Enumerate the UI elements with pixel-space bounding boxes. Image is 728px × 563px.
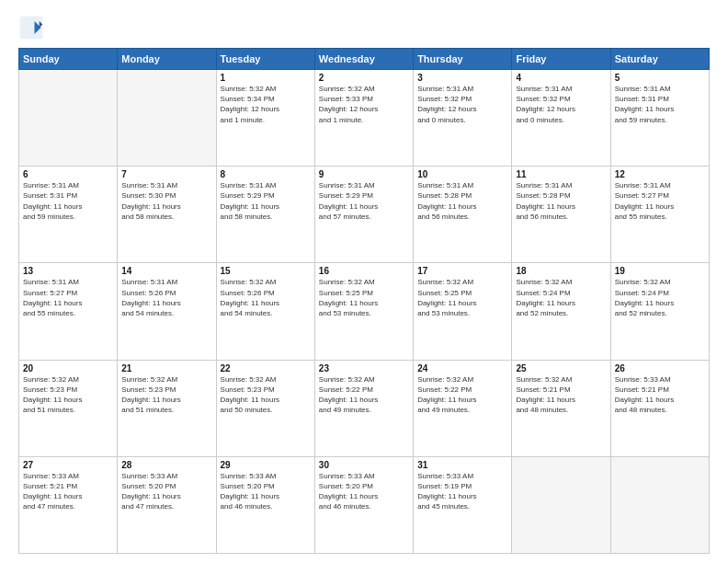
day-number: 30 [319, 460, 409, 470]
calendar-cell [118, 70, 216, 167]
day-number: 9 [319, 169, 409, 179]
day-number: 21 [121, 363, 211, 373]
week-row-2: 13Sunrise: 5:31 AM Sunset: 5:27 PM Dayli… [19, 263, 710, 360]
calendar-cell: 26Sunrise: 5:33 AM Sunset: 5:21 PM Dayli… [610, 360, 709, 456]
day-number: 15 [221, 266, 311, 276]
day-info: Sunrise: 5:33 AM Sunset: 5:21 PM Dayligh… [23, 471, 113, 512]
day-number: 11 [516, 169, 606, 179]
col-header-thursday: Thursday [414, 49, 512, 70]
day-info: Sunrise: 5:31 AM Sunset: 5:27 PM Dayligh… [23, 277, 113, 318]
day-number: 6 [23, 169, 113, 179]
day-number: 1 [221, 73, 311, 83]
calendar-cell: 16Sunrise: 5:32 AM Sunset: 5:25 PM Dayli… [314, 263, 413, 360]
col-header-friday: Friday [512, 49, 610, 70]
calendar-cell: 24Sunrise: 5:32 AM Sunset: 5:22 PM Dayli… [414, 360, 512, 456]
day-number: 17 [417, 266, 507, 276]
day-info: Sunrise: 5:31 AM Sunset: 5:30 PM Dayligh… [121, 180, 211, 222]
day-number: 20 [23, 363, 113, 373]
day-number: 28 [121, 460, 211, 470]
calendar-cell: 1Sunrise: 5:32 AM Sunset: 5:34 PM Daylig… [216, 70, 314, 167]
day-number: 18 [516, 266, 606, 276]
day-info: Sunrise: 5:32 AM Sunset: 5:24 PM Dayligh… [615, 277, 705, 318]
week-row-0: 1Sunrise: 5:32 AM Sunset: 5:34 PM Daylig… [19, 70, 710, 167]
day-number: 4 [516, 73, 606, 83]
day-info: Sunrise: 5:31 AM Sunset: 5:29 PM Dayligh… [221, 180, 311, 222]
day-number: 31 [417, 460, 507, 470]
calendar-cell: 15Sunrise: 5:32 AM Sunset: 5:26 PM Dayli… [216, 263, 314, 360]
day-number: 23 [319, 363, 409, 373]
col-header-saturday: Saturday [610, 49, 709, 70]
day-info: Sunrise: 5:33 AM Sunset: 5:21 PM Dayligh… [615, 374, 705, 416]
calendar-header-row: SundayMondayTuesdayWednesdayThursdayFrid… [19, 49, 710, 70]
calendar-cell: 19Sunrise: 5:32 AM Sunset: 5:24 PM Dayli… [610, 263, 709, 360]
calendar-cell: 18Sunrise: 5:32 AM Sunset: 5:24 PM Dayli… [512, 263, 610, 360]
calendar-cell: 22Sunrise: 5:32 AM Sunset: 5:23 PM Dayli… [216, 360, 314, 456]
day-info: Sunrise: 5:31 AM Sunset: 5:31 PM Dayligh… [615, 84, 705, 125]
calendar-cell: 13Sunrise: 5:31 AM Sunset: 5:27 PM Dayli… [19, 263, 118, 360]
day-info: Sunrise: 5:31 AM Sunset: 5:31 PM Dayligh… [23, 180, 113, 222]
day-info: Sunrise: 5:32 AM Sunset: 5:22 PM Dayligh… [319, 374, 409, 416]
calendar-cell: 21Sunrise: 5:32 AM Sunset: 5:23 PM Dayli… [118, 360, 216, 456]
day-number: 29 [221, 460, 311, 470]
calendar-cell: 27Sunrise: 5:33 AM Sunset: 5:21 PM Dayli… [19, 456, 118, 553]
calendar-cell: 23Sunrise: 5:32 AM Sunset: 5:22 PM Dayli… [314, 360, 413, 456]
calendar-cell: 3Sunrise: 5:31 AM Sunset: 5:32 PM Daylig… [414, 70, 512, 167]
day-info: Sunrise: 5:31 AM Sunset: 5:28 PM Dayligh… [516, 180, 606, 222]
day-number: 24 [417, 363, 507, 373]
week-row-4: 27Sunrise: 5:33 AM Sunset: 5:21 PM Dayli… [19, 456, 710, 553]
calendar: SundayMondayTuesdayWednesdayThursdayFrid… [18, 48, 710, 554]
calendar-cell: 29Sunrise: 5:33 AM Sunset: 5:20 PM Dayli… [216, 456, 314, 553]
day-info: Sunrise: 5:33 AM Sunset: 5:20 PM Dayligh… [319, 471, 409, 512]
day-info: Sunrise: 5:33 AM Sunset: 5:20 PM Dayligh… [121, 471, 211, 512]
calendar-cell: 4Sunrise: 5:31 AM Sunset: 5:32 PM Daylig… [512, 70, 610, 167]
logo [18, 15, 48, 40]
day-info: Sunrise: 5:32 AM Sunset: 5:26 PM Dayligh… [221, 277, 311, 318]
day-number: 8 [221, 169, 311, 179]
day-info: Sunrise: 5:32 AM Sunset: 5:23 PM Dayligh… [121, 374, 211, 416]
day-number: 25 [516, 363, 606, 373]
calendar-cell: 14Sunrise: 5:31 AM Sunset: 5:26 PM Dayli… [118, 263, 216, 360]
day-number: 27 [23, 460, 113, 470]
calendar-cell: 5Sunrise: 5:31 AM Sunset: 5:31 PM Daylig… [610, 70, 709, 167]
day-info: Sunrise: 5:32 AM Sunset: 5:34 PM Dayligh… [221, 84, 311, 125]
calendar-cell: 10Sunrise: 5:31 AM Sunset: 5:28 PM Dayli… [414, 167, 512, 263]
week-row-3: 20Sunrise: 5:32 AM Sunset: 5:23 PM Dayli… [19, 360, 710, 456]
header [18, 15, 710, 40]
day-info: Sunrise: 5:32 AM Sunset: 5:25 PM Dayligh… [319, 277, 409, 318]
calendar-cell: 12Sunrise: 5:31 AM Sunset: 5:27 PM Dayli… [610, 167, 709, 263]
day-info: Sunrise: 5:32 AM Sunset: 5:23 PM Dayligh… [221, 374, 311, 416]
col-header-monday: Monday [118, 49, 216, 70]
day-info: Sunrise: 5:33 AM Sunset: 5:19 PM Dayligh… [417, 471, 507, 512]
page: SundayMondayTuesdayWednesdayThursdayFrid… [0, 0, 728, 563]
calendar-cell: 9Sunrise: 5:31 AM Sunset: 5:29 PM Daylig… [314, 167, 413, 263]
day-info: Sunrise: 5:32 AM Sunset: 5:24 PM Dayligh… [516, 277, 606, 318]
day-info: Sunrise: 5:33 AM Sunset: 5:20 PM Dayligh… [221, 471, 311, 512]
day-number: 13 [23, 266, 113, 276]
day-info: Sunrise: 5:32 AM Sunset: 5:33 PM Dayligh… [319, 84, 409, 125]
calendar-cell [610, 456, 709, 553]
day-number: 3 [417, 73, 507, 83]
day-info: Sunrise: 5:31 AM Sunset: 5:26 PM Dayligh… [121, 277, 211, 318]
day-info: Sunrise: 5:31 AM Sunset: 5:28 PM Dayligh… [417, 180, 507, 222]
calendar-cell: 7Sunrise: 5:31 AM Sunset: 5:30 PM Daylig… [118, 167, 216, 263]
day-number: 14 [121, 266, 211, 276]
calendar-cell: 8Sunrise: 5:31 AM Sunset: 5:29 PM Daylig… [216, 167, 314, 263]
calendar-cell: 28Sunrise: 5:33 AM Sunset: 5:20 PM Dayli… [118, 456, 216, 553]
calendar-cell: 11Sunrise: 5:31 AM Sunset: 5:28 PM Dayli… [512, 167, 610, 263]
day-number: 26 [615, 363, 705, 373]
day-number: 7 [121, 169, 211, 179]
day-number: 5 [615, 73, 705, 83]
day-info: Sunrise: 5:31 AM Sunset: 5:32 PM Dayligh… [516, 84, 606, 125]
calendar-cell: 17Sunrise: 5:32 AM Sunset: 5:25 PM Dayli… [414, 263, 512, 360]
day-number: 22 [221, 363, 311, 373]
calendar-cell: 2Sunrise: 5:32 AM Sunset: 5:33 PM Daylig… [314, 70, 413, 167]
day-number: 10 [417, 169, 507, 179]
day-number: 12 [615, 169, 705, 179]
calendar-cell: 31Sunrise: 5:33 AM Sunset: 5:19 PM Dayli… [414, 456, 512, 553]
calendar-cell [512, 456, 610, 553]
col-header-tuesday: Tuesday [216, 49, 314, 70]
logo-icon [18, 15, 44, 40]
day-number: 2 [319, 73, 409, 83]
day-info: Sunrise: 5:32 AM Sunset: 5:22 PM Dayligh… [417, 374, 507, 416]
week-row-1: 6Sunrise: 5:31 AM Sunset: 5:31 PM Daylig… [19, 167, 710, 263]
